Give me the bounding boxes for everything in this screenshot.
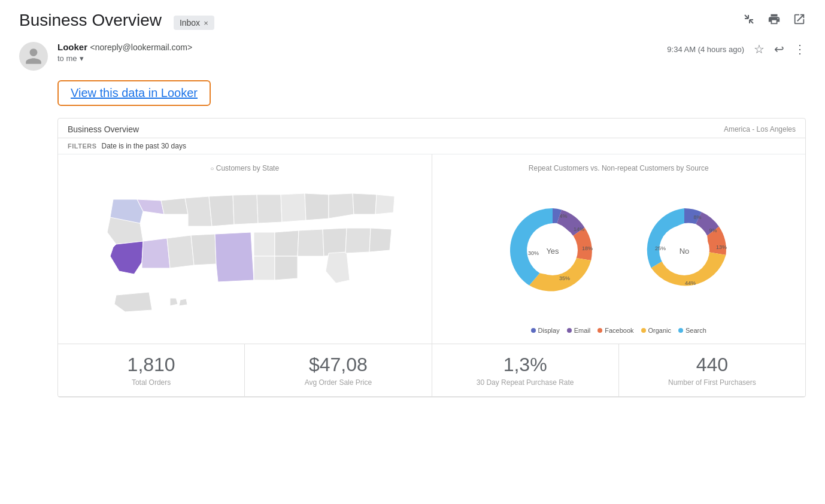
stat-value: 440 <box>631 354 793 376</box>
sender-info: Looker <noreply@lookermail.com> to me ▾ <box>57 42 657 63</box>
svg-marker-14 <box>305 193 329 220</box>
svg-marker-20 <box>142 238 170 268</box>
svg-marker-8 <box>161 198 188 214</box>
svg-marker-21 <box>167 235 194 268</box>
svg-marker-29 <box>345 228 371 253</box>
legend-item: Search <box>678 327 706 334</box>
page-title: Business Overview Inbox × <box>19 11 733 30</box>
map-chart-cell: ○ Customers by State <box>58 154 432 344</box>
avatar <box>19 42 48 71</box>
dashboard-header: Business Overview America - Los Angeles <box>58 119 805 138</box>
svg-text:13%: 13% <box>716 244 727 250</box>
legend-item: Email <box>567 327 591 334</box>
email-body: View this data in Looker Business Overvi… <box>0 80 825 409</box>
stat-cell: 1,810Total Orders <box>58 344 245 396</box>
stat-cell: 1,3%30 Day Repeat Purchase Rate <box>432 344 619 396</box>
no-donut: No 8% 9% 13% 44% 25% <box>630 196 738 304</box>
svg-marker-12 <box>257 195 282 223</box>
svg-marker-28 <box>326 252 350 283</box>
map-chart-title: ○ Customers by State <box>68 164 422 172</box>
legend-dot <box>567 328 572 333</box>
svg-marker-23 <box>215 232 254 282</box>
stats-row: 1,810Total Orders$47,08Avg Order Sale Pr… <box>58 344 805 397</box>
reply-icon[interactable]: ↩ <box>774 42 784 56</box>
svg-marker-25 <box>275 230 299 256</box>
stat-label: Avg Order Sale Price <box>257 378 419 387</box>
svg-text:44%: 44% <box>685 280 696 286</box>
yes-donut: Yes 4% 14% 18% 35% 30% <box>499 196 606 304</box>
dashboard-embed-title: Business Overview <box>68 125 139 134</box>
svg-marker-17 <box>375 195 395 214</box>
svg-marker-30 <box>369 228 392 252</box>
us-map-svg <box>77 181 412 319</box>
svg-marker-15 <box>329 193 354 218</box>
svg-marker-10 <box>209 195 234 226</box>
stat-value: $47,08 <box>257 354 419 376</box>
email-header: Business Overview Inbox × <box>0 0 825 36</box>
filters-label: FILTERS <box>68 142 97 150</box>
donut-legend: DisplayEmailFacebookOrganicSearch <box>442 322 796 334</box>
legend-item: Facebook <box>597 327 633 334</box>
stat-label: Total Orders <box>70 378 232 387</box>
timestamp: 9:34 AM (4 hours ago) <box>667 45 744 54</box>
external-link-icon[interactable] <box>793 13 806 29</box>
view-link-container: View this data in Looker <box>57 80 211 106</box>
svg-text:30%: 30% <box>528 250 539 256</box>
sender-row: Looker <noreply@lookermail.com> to me ▾ … <box>0 36 825 80</box>
more-options-icon[interactable]: ⋮ <box>794 42 806 56</box>
svg-text:9%: 9% <box>709 227 717 233</box>
legend-item: Organic <box>641 327 672 334</box>
stat-label: Number of First Purchasers <box>631 378 793 387</box>
legend-dot <box>678 328 683 333</box>
sender-name: Looker <box>57 42 87 52</box>
star-icon[interactable]: ☆ <box>754 42 765 56</box>
charts-row: ○ Customers by State <box>58 154 805 344</box>
legend-dot <box>641 328 646 333</box>
svg-marker-16 <box>353 193 377 214</box>
legend-dot <box>531 328 536 333</box>
donut-chart-title: Repeat Customers vs. Non-repeat Customer… <box>442 164 796 172</box>
donuts-container: Yes 4% 14% 18% 35% 30% <box>442 178 796 322</box>
svg-marker-35 <box>179 299 187 306</box>
svg-text:8%: 8% <box>694 214 702 220</box>
filters-row: FILTERS Date is in the past 30 days <box>58 138 805 154</box>
svg-text:No: No <box>680 247 690 256</box>
stat-value: 1,3% <box>444 354 606 376</box>
svg-marker-9 <box>185 196 212 226</box>
svg-marker-32 <box>275 256 298 280</box>
inbox-badge[interactable]: Inbox × <box>174 16 214 30</box>
svg-marker-19 <box>110 241 143 274</box>
svg-text:18%: 18% <box>582 245 593 251</box>
compress-icon[interactable] <box>742 13 756 29</box>
svg-marker-24 <box>251 232 275 256</box>
legend-dot <box>597 328 602 333</box>
chevron-down-icon[interactable]: ▾ <box>80 54 84 63</box>
svg-marker-22 <box>191 234 216 265</box>
svg-marker-13 <box>281 193 306 222</box>
sender-meta: 9:34 AM (4 hours ago) ☆ ↩ ⋮ <box>667 42 806 56</box>
sender-to: to me ▾ <box>57 54 657 63</box>
svg-text:35%: 35% <box>559 275 570 281</box>
stat-value: 1,810 <box>70 354 232 376</box>
svg-text:Yes: Yes <box>547 247 560 256</box>
header-actions <box>742 13 806 29</box>
svg-marker-33 <box>114 292 152 312</box>
svg-marker-11 <box>233 195 258 224</box>
view-in-looker-link[interactable]: View this data in Looker <box>71 86 198 99</box>
dashboard-embed: Business Overview America - Los Angeles … <box>57 118 806 397</box>
svg-marker-31 <box>254 256 275 280</box>
filter-value: Date is in the past 30 days <box>102 142 186 150</box>
print-icon[interactable] <box>768 13 781 29</box>
svg-marker-34 <box>170 298 178 306</box>
stat-label: 30 Day Repeat Purchase Rate <box>444 378 606 387</box>
dashboard-timezone: America - Los Angeles <box>724 125 796 133</box>
svg-text:25%: 25% <box>655 245 666 251</box>
svg-text:4%: 4% <box>560 213 568 219</box>
inbox-badge-close[interactable]: × <box>204 19 208 28</box>
stat-cell: 440Number of First Purchasers <box>619 344 805 396</box>
svg-text:14%: 14% <box>574 226 584 232</box>
legend-item: Display <box>531 327 560 334</box>
stat-cell: $47,08Avg Order Sale Price <box>245 344 432 396</box>
sender-email: <noreply@lookermail.com> <box>90 42 192 52</box>
donut-chart-cell: Repeat Customers vs. Non-repeat Customer… <box>432 154 806 344</box>
